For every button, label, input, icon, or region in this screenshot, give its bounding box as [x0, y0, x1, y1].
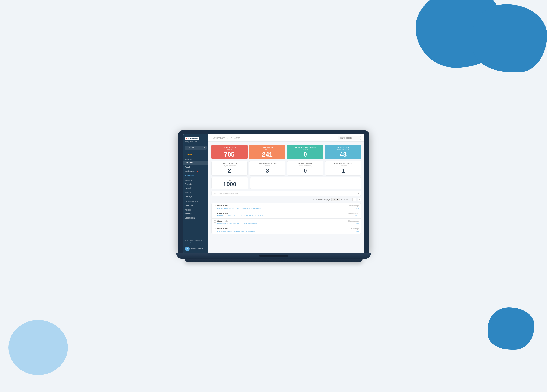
- table-row: Carer is late 25 minutes ago Dave Philip…: [211, 218, 361, 226]
- page-range: 1-10 of 1000: [341, 199, 351, 200]
- sidebar-item-send-sms[interactable]: Send SMS: [183, 203, 208, 207]
- sidebar-section-manage: Manage: [183, 157, 208, 161]
- prev-page-button[interactable]: ‹: [352, 198, 356, 201]
- user-name: Jayne Scarman: [191, 248, 204, 250]
- stat-card-carer-activity[interactable]: Carer activity For your information 2: [211, 161, 247, 176]
- notif-header-3: Carer is late 25 minutes ago: [218, 220, 359, 222]
- notif-detail-4[interactable]: Phan a Solo is late to visit 12:00 - 11:…: [218, 230, 255, 232]
- row-checkbox-3[interactable]: [214, 220, 216, 223]
- notif-time-2: 25 minutes ago: [348, 213, 359, 214]
- row-checkbox-1[interactable]: [214, 205, 216, 207]
- screen-bezel: ♥ nursebuddy Happy Home Care All teams ▾…: [178, 130, 369, 253]
- notif-time-1: 8 minutes ago: [349, 205, 359, 207]
- notification-dot: [197, 171, 198, 172]
- topbar: Notifications / All teams: [208, 134, 364, 142]
- laptop-hinge: [259, 255, 288, 257]
- notif-view-2[interactable]: View: [356, 215, 359, 217]
- stat-card-all[interactable]: All 1000: [211, 177, 248, 189]
- notif-type-4: Carer is late: [218, 228, 228, 230]
- bg-decoration-4: [488, 307, 534, 350]
- row-checkbox-2[interactable]: [214, 213, 216, 215]
- sidebar-item-reports[interactable]: Reports: [183, 182, 208, 186]
- stats-row-1: eMAR alerts Act now 705 Late visits Reac…: [211, 145, 361, 159]
- sidebar-item-settings[interactable]: Settings: [183, 212, 208, 216]
- breadcrumb-sub: All teams: [231, 137, 240, 139]
- stat-card-incident-reports[interactable]: Incident reports Keep track 1: [325, 161, 361, 176]
- breadcrumb: Notifications / All teams: [212, 137, 241, 139]
- notif-detail-row-1: Pauline OConnell is late to visit 11:15 …: [218, 207, 359, 209]
- sidebar-section-admin: Admin: [183, 207, 208, 212]
- notif-header-1: Carer is late 8 minutes ago: [218, 205, 359, 207]
- stats-row-2: Carer activity For your information 2 Up…: [211, 161, 361, 176]
- team-selector[interactable]: All teams ▾: [185, 146, 207, 150]
- notif-detail-2[interactable]: NURSE Aaron Williams is late to visit 11…: [218, 215, 264, 217]
- notif-detail-1[interactable]: Pauline OConnell is late to visit 11:15 …: [218, 207, 261, 209]
- notif-detail-3[interactable]: Dave Philips is late to visit 11:00 - 12…: [218, 223, 257, 225]
- notif-type-2: Carer is late: [218, 213, 228, 214]
- notif-type-3: Carer is late: [218, 220, 228, 222]
- table-row: Carer is late 8 minutes ago Pauline OCon…: [211, 203, 361, 211]
- sidebar-item-home[interactable]: ⌂ Home: [183, 152, 208, 157]
- table-row: Carer is late an hour ago Phan a Solo is…: [211, 226, 361, 234]
- sidebar-nav: ⌂ Home Manage Schedule People Notificati…: [183, 151, 208, 237]
- notif-detail-row-3: Dave Philips is late to visit 11:00 - 12…: [218, 223, 359, 225]
- stat-card-late-visits[interactable]: Late visits React 241: [249, 145, 286, 159]
- sidebar-item-add-new[interactable]: + Add new: [183, 173, 208, 178]
- team-selector-arrow: ▾: [204, 147, 205, 149]
- team-selector-label: All teams: [186, 147, 194, 149]
- laptop-bottom: [185, 259, 363, 262]
- logo-icon: ♥: [186, 137, 187, 140]
- bg-decoration-2: [473, 4, 547, 72]
- notif-view-1[interactable]: View: [356, 207, 359, 209]
- per-page-select[interactable]: 10 25 50: [331, 198, 340, 201]
- tags-section: Tags filter notifications by type ▾: [211, 191, 361, 196]
- notification-list: Carer is late 8 minutes ago Pauline OCon…: [211, 203, 361, 234]
- stats-row-3: All 1000: [211, 177, 361, 189]
- notif-header-2: Carer is late 25 minutes ago: [218, 213, 359, 214]
- notif-content-3: Carer is late 25 minutes ago Dave Philip…: [218, 220, 359, 225]
- sidebar-item-schedule[interactable]: Schedule: [183, 161, 208, 165]
- main-content: Notifications / All teams eMAR alerts Ac…: [208, 134, 364, 253]
- home-icon: ⌂: [185, 153, 186, 155]
- sidebar-share[interactable]: Share your improvement ideas! 🔗: [183, 237, 208, 245]
- notif-header-4: Carer is late an hour ago: [218, 228, 359, 230]
- sidebar-item-notifications[interactable]: Notifications: [183, 169, 208, 173]
- content-area: eMAR alerts Act now 705 Late visits Reac…: [208, 142, 364, 253]
- tags-input[interactable]: filter notifications by type: [219, 192, 356, 194]
- notif-type-1: Carer is late: [218, 205, 228, 207]
- search-input[interactable]: [338, 136, 361, 140]
- sidebar-item-payroll[interactable]: Payroll: [183, 186, 208, 190]
- notif-time-4: an hour ago: [350, 228, 359, 230]
- sidebar-item-surveys[interactable]: Surveys: [183, 195, 208, 199]
- laptop-base: [176, 253, 371, 259]
- bg-decoration-3: [8, 320, 68, 375]
- notif-content-4: Carer is late an hour ago Phan a Solo is…: [218, 228, 359, 232]
- notif-content-1: Carer is late 8 minutes ago Pauline OCon…: [218, 205, 359, 209]
- pagination-bar: Notifications per page 10 25 50 1-10 of …: [211, 198, 361, 201]
- notif-content-2: Carer is late 25 minutes ago NURSE Aaron…: [218, 213, 359, 217]
- sidebar-user: JS Jayne Scarman: [183, 245, 208, 253]
- logo-tagline: Happy Home Care: [185, 141, 206, 142]
- sidebar-item-people[interactable]: People: [183, 165, 208, 169]
- logo-text: nursebuddy: [188, 137, 198, 139]
- stat-card-expiring-compliances[interactable]: Expiring compliances Take action 0: [287, 145, 323, 159]
- row-checkbox-4[interactable]: [214, 228, 216, 230]
- breadcrumb-separator: /: [227, 137, 228, 139]
- sidebar-section-communicate: Communicate: [183, 199, 208, 203]
- spacer-card: [250, 177, 361, 189]
- next-page-button[interactable]: ›: [357, 198, 361, 201]
- sidebar-item-metrics[interactable]: Metrics: [183, 190, 208, 195]
- stat-card-secure-visit[interactable]: SecureVisit Problems in check in/out 48: [325, 145, 361, 159]
- table-row: Carer is late 25 minutes ago NURSE Aaron…: [211, 211, 361, 218]
- notif-detail-row-2: NURSE Aaron Williams is late to visit 11…: [218, 215, 359, 217]
- stat-card-upcoming-reviews[interactable]: Upcoming reviews Prepare 3: [249, 161, 286, 176]
- logo-badge: ♥ nursebuddy: [185, 137, 199, 140]
- per-page-label: Notifications per page: [313, 199, 330, 200]
- sidebar-item-export-data[interactable]: Export data: [183, 216, 208, 220]
- stat-card-family-portal[interactable]: Family portal Check latest activity 0: [287, 161, 323, 176]
- notif-view-4[interactable]: View: [356, 230, 359, 232]
- stat-card-emar-alerts[interactable]: eMAR alerts Act now 705: [211, 145, 247, 159]
- breadcrumb-section: Notifications: [212, 137, 225, 139]
- notif-view-3[interactable]: View: [356, 223, 359, 225]
- sidebar: ♥ nursebuddy Happy Home Care All teams ▾…: [183, 134, 208, 253]
